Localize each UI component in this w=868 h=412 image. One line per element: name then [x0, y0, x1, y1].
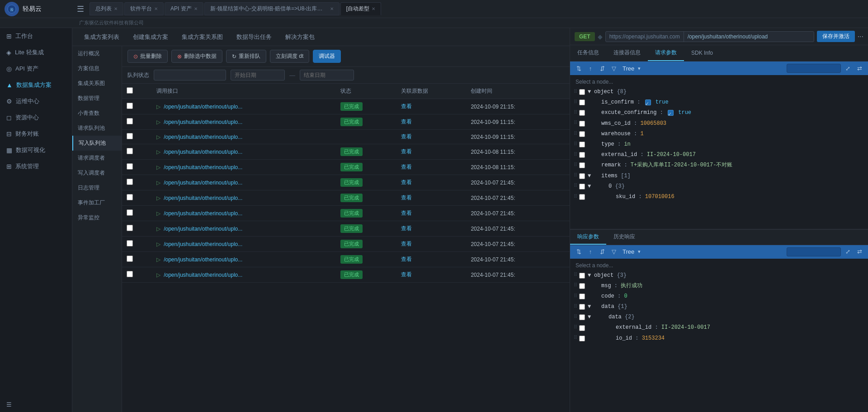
row-checkbox-6[interactable]: [127, 194, 133, 200]
sidebar-item-resources[interactable]: ◻ 资源中心: [0, 109, 72, 126]
tree-filter-btn[interactable]: ▽: [609, 63, 619, 73]
requeue-btn[interactable]: ↻ 重新排队: [226, 50, 266, 63]
tab-2-close[interactable]: ✕: [194, 6, 198, 11]
resp-tree-toggle-object[interactable]: ▼: [588, 271, 594, 280]
resp-node-checkbox-io-id[interactable]: [579, 336, 585, 341]
drag-handle[interactable]: ⠿: [574, 151, 577, 159]
row-related-link[interactable]: 查看: [401, 164, 412, 170]
sub-item-data[interactable]: 数据管理: [72, 91, 122, 106]
sub-item-overview[interactable]: 运行概况: [72, 46, 122, 61]
row-related[interactable]: 查看: [396, 160, 467, 175]
row-checkbox-11[interactable]: [127, 271, 133, 277]
drag-handle[interactable]: ⠿: [574, 313, 577, 322]
node-checkbox-external-id[interactable]: [579, 152, 585, 158]
row-checkbox-7[interactable]: [127, 209, 133, 216]
drag-handle[interactable]: ⠿: [574, 99, 577, 107]
resp-tree-toggle-data[interactable]: ▼: [588, 303, 594, 311]
row-checkbox-0[interactable]: [127, 103, 133, 109]
drag-handle[interactable]: ⠿: [574, 119, 577, 128]
sub-nav-export[interactable]: 数据导出任务: [230, 31, 278, 43]
row-checkbox-3[interactable]: [127, 148, 133, 154]
node-checkbox-object[interactable]: [579, 89, 585, 95]
drag-handle[interactable]: ⠿: [574, 130, 577, 138]
node-checkbox-warehouse[interactable]: [579, 131, 585, 137]
drag-handle[interactable]: ⠿: [574, 161, 577, 170]
row-related[interactable]: 查看: [396, 175, 467, 190]
drag-handle[interactable]: ⠿: [574, 324, 577, 332]
tab-0[interactable]: 总列表 ✕: [90, 2, 123, 15]
tree-dropdown-icon[interactable]: ▾: [638, 66, 641, 71]
tab-1[interactable]: 软件平台 ✕: [124, 2, 164, 15]
tab-3-close[interactable]: ✕: [330, 6, 334, 11]
resp-node-checkbox-external-id[interactable]: [579, 325, 585, 331]
drag-handle[interactable]: ⠿: [574, 282, 577, 290]
row-related[interactable]: 查看: [396, 237, 467, 252]
more-btn[interactable]: ···: [858, 33, 863, 41]
drag-handle[interactable]: ⠿: [574, 172, 577, 180]
sidebar-item-data-integration[interactable]: ▲ 数据集成方案: [0, 77, 72, 93]
debug-btn[interactable]: 调试器: [313, 50, 341, 63]
sub-nav-relation[interactable]: 集成方案关系图: [175, 31, 229, 43]
row-related[interactable]: 查看: [396, 252, 467, 267]
tab-0-close[interactable]: ✕: [114, 6, 118, 11]
end-date-input[interactable]: [300, 70, 354, 81]
delete-selected-btn[interactable]: ⊗ 删除选中数据: [171, 50, 222, 63]
sidebar-item-ops[interactable]: ⚙ 运维中心: [0, 93, 72, 109]
row-related-link[interactable]: 查看: [401, 118, 412, 125]
sub-nav-list[interactable]: 集成方案列表: [78, 31, 126, 43]
save-activate-btn[interactable]: 保存并激活: [817, 31, 855, 42]
sub-item-write-scheduler[interactable]: 写入调度者: [72, 166, 122, 180]
drag-handle[interactable]: ⠿: [574, 109, 577, 117]
drag-handle[interactable]: ⠿: [574, 182, 577, 190]
node-checkbox-remark[interactable]: [579, 162, 585, 168]
row-related-link[interactable]: 查看: [401, 194, 412, 201]
tree-expand-icon[interactable]: ⤢: [843, 63, 853, 73]
sub-item-relation[interactable]: 集成关系图: [72, 76, 122, 91]
drag-handle[interactable]: ⠿: [574, 293, 577, 301]
drag-handle[interactable]: ⠿: [574, 271, 577, 279]
row-checkbox-1[interactable]: [127, 118, 133, 124]
start-date-input[interactable]: [231, 70, 285, 81]
tab-4[interactable]: [自动差型 ✕: [340, 2, 381, 15]
panel-tab-sdk-info[interactable]: SDK Info: [684, 46, 720, 61]
row-related-link[interactable]: 查看: [401, 210, 412, 216]
select-all-checkbox[interactable]: [127, 87, 133, 94]
menu-icon[interactable]: ☰: [77, 4, 84, 14]
tree-toggle-items-0[interactable]: ▼: [588, 182, 594, 191]
sidebar-item-lite[interactable]: ◈ Lite 轻集成: [0, 44, 72, 61]
tab-2[interactable]: API 资产 ✕: [165, 2, 203, 15]
resp-node-checkbox-data[interactable]: [579, 304, 585, 310]
sub-item-logs[interactable]: 日志管理: [72, 180, 122, 195]
resp-node-checkbox-data2[interactable]: [579, 314, 585, 320]
sidebar-item-api[interactable]: ◎ API 资产: [0, 61, 72, 77]
resp-tree-filter-btn[interactable]: ▽: [609, 247, 619, 257]
panel-tab-request-params[interactable]: 请求参数: [648, 45, 684, 61]
row-related-link[interactable]: 查看: [401, 179, 412, 185]
resp-tree-import-icon[interactable]: ⇄: [854, 247, 864, 257]
tree-collapse-all-btn[interactable]: ↑: [585, 63, 595, 73]
resp-tab-params[interactable]: 响应参数: [570, 230, 606, 245]
sub-item-query[interactable]: 小青查数: [72, 106, 122, 121]
resp-tab-history[interactable]: 历史响应: [606, 230, 642, 245]
resp-tree-sort-btn[interactable]: ⇵: [597, 247, 607, 257]
sub-nav-solution[interactable]: 解决方案包: [279, 31, 321, 43]
sidebar-item-workbench[interactable]: ⊞ 工作台: [0, 28, 72, 44]
sub-item-request-queue[interactable]: 请求队列池: [72, 121, 122, 136]
node-checkbox-is-confirm[interactable]: [579, 99, 585, 105]
sub-item-events[interactable]: 事件加工厂: [72, 195, 122, 210]
node-checkbox-wms[interactable]: [579, 121, 585, 127]
sub-item-exceptions[interactable]: 异常监控: [72, 210, 122, 225]
tree-import-icon[interactable]: ⇄: [854, 63, 864, 73]
resp-tree-toggle-data2[interactable]: ▼: [588, 313, 594, 322]
row-related-link[interactable]: 查看: [401, 256, 412, 262]
row-related-link[interactable]: 查看: [401, 133, 412, 140]
queue-status-input[interactable]: [154, 70, 226, 81]
tree-expand-all-btn[interactable]: ⇅: [574, 63, 584, 73]
node-checkbox-excute[interactable]: [579, 110, 585, 116]
sidebar-item-finance[interactable]: ⊟ 财务对账: [0, 126, 72, 142]
row-checkbox-5[interactable]: [127, 179, 133, 185]
tree-toggle-object[interactable]: ▼: [588, 88, 594, 96]
response-tree-search[interactable]: [787, 247, 841, 256]
drag-handle[interactable]: ⠿: [574, 303, 577, 311]
resp-node-checkbox-code[interactable]: [579, 294, 585, 299]
